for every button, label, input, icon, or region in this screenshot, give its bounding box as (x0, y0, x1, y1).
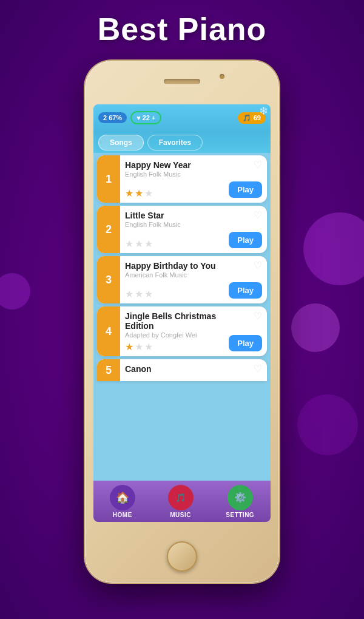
song-title-5: Canon (125, 364, 244, 374)
song-stars-1: ★ ★ ★ (125, 188, 219, 199)
star-4-3: ★ (144, 341, 153, 353)
level-pill: 2 67% (98, 112, 127, 123)
home-button[interactable] (167, 541, 197, 572)
song-card-1: 1 Happy New Year English Folk Music ★ ★ … (97, 155, 267, 203)
song-actions-5: ♡ (249, 359, 267, 381)
bokeh-circle-1 (303, 212, 364, 285)
home-icon-circle: 🏠 (110, 485, 135, 510)
song-info-4: Jingle Bells Christmas Edition Adapted b… (120, 306, 224, 356)
star-2-1: ★ (125, 238, 133, 249)
favorite-heart-4[interactable]: ♡ (254, 310, 262, 322)
song-card-3: 3 Happy Birthday to You American Folk Mu… (97, 256, 267, 303)
tab-favorites[interactable]: Favorites (147, 135, 203, 151)
nav-label-home: HOME (113, 512, 132, 518)
song-rank-3: 3 (97, 256, 120, 303)
nav-item-home[interactable]: 🏠 HOME (110, 485, 135, 518)
song-info-3: Happy Birthday to You American Folk Musi… (120, 256, 224, 303)
favorite-heart-3[interactable]: ♡ (254, 260, 262, 271)
hearts-plus: + (152, 114, 155, 121)
gear-icon: ⚙️ (234, 492, 246, 503)
song-stars-3: ★ ★ ★ (125, 288, 219, 300)
song-actions-4: ♡ Play (224, 306, 267, 356)
play-button-3[interactable]: Play (229, 282, 262, 299)
tab-bar: Songs Favorites (93, 131, 271, 153)
camera-dot (220, 74, 224, 79)
coin-icon: 🎵 (243, 114, 251, 122)
favorite-heart-1[interactable]: ♡ (254, 159, 262, 171)
status-bar: 2 67% ♥ 22 + 🎵 69 ❄ (93, 104, 271, 131)
play-button-1[interactable]: Play (229, 181, 262, 198)
speaker-grill (164, 79, 200, 84)
tab-songs[interactable]: Songs (98, 135, 144, 151)
music-icon: 🎵 (175, 493, 186, 502)
song-stars-2: ★ ★ ★ (125, 238, 219, 249)
song-actions-2: ♡ Play (224, 206, 267, 253)
song-card-5-partial: 5 Canon ♡ (97, 359, 267, 381)
bokeh-circle-2 (291, 303, 340, 352)
song-title-3: Happy Birthday to You (125, 261, 219, 271)
level-number: 2 (103, 114, 107, 121)
bokeh-circle-4 (297, 394, 358, 455)
nav-label-music: MUSIC (170, 512, 191, 518)
snowflake-icon: ❄ (259, 104, 268, 118)
star-1-3: ★ (144, 188, 153, 199)
song-card-4: 4 Jingle Bells Christmas Edition Adapted… (97, 306, 267, 356)
song-rank-1: 1 (97, 155, 120, 203)
bokeh-circle-3 (0, 273, 30, 310)
phone-screen: 2 67% ♥ 22 + 🎵 69 ❄ Songs Favorites (93, 104, 271, 522)
song-subtitle-4: Adapted by Congfei Wei (125, 331, 219, 339)
star-3-3: ★ (144, 288, 153, 300)
nav-label-setting: SETTING (226, 512, 254, 518)
star-2-2: ★ (135, 238, 143, 249)
star-3-2: ★ (135, 288, 143, 300)
nav-item-setting[interactable]: ⚙️ SETTING (226, 485, 254, 518)
song-actions-3: ♡ Play (224, 256, 267, 303)
star-3-1: ★ (125, 288, 133, 300)
level-percent: 67% (109, 114, 122, 121)
home-icon: 🏠 (116, 491, 129, 504)
music-icon-circle: 🎵 (168, 485, 194, 510)
favorite-heart-2[interactable]: ♡ (254, 209, 262, 221)
song-rank-5: 5 (97, 359, 120, 381)
play-button-2[interactable]: Play (229, 232, 262, 248)
song-info-5: Canon (120, 359, 249, 381)
song-actions-1: ♡ Play (224, 155, 267, 203)
song-rank-4: 4 (97, 306, 120, 356)
song-info-1: Happy New Year English Folk Music ★ ★ ★ (120, 155, 224, 203)
song-card-2: 2 Little Star English Folk Music ★ ★ ★ ♡… (97, 206, 267, 253)
phone-frame: 2 67% ♥ 22 + 🎵 69 ❄ Songs Favorites (85, 61, 279, 583)
bottom-nav: 🏠 HOME 🎵 MUSIC ⚙️ SETTING (93, 481, 271, 522)
star-4-1: ★ (125, 341, 133, 353)
song-title-1: Happy New Year (125, 160, 219, 170)
star-1-1: ★ (125, 188, 133, 199)
setting-icon-circle: ⚙️ (228, 485, 253, 510)
song-stars-4: ★ ★ ★ (125, 341, 219, 353)
heart-icon: ♥ (136, 114, 141, 121)
song-subtitle-3: American Folk Music (125, 271, 219, 279)
nav-item-music[interactable]: 🎵 MUSIC (168, 485, 194, 518)
star-2-3: ★ (144, 238, 153, 249)
favorite-heart-5[interactable]: ♡ (254, 363, 262, 374)
hearts-count: 22 (143, 114, 150, 121)
star-1-2: ★ (135, 188, 143, 199)
hearts-pill: ♥ 22 + (130, 111, 161, 124)
song-subtitle-1: English Folk Music (125, 171, 219, 178)
play-button-4[interactable]: Play (229, 335, 262, 351)
song-info-2: Little Star English Folk Music ★ ★ ★ (120, 206, 224, 253)
song-list: 1 Happy New Year English Folk Music ★ ★ … (93, 153, 271, 384)
page-title: Best Piano (0, 0, 364, 47)
song-rank-2: 2 (97, 206, 120, 253)
song-title-4: Jingle Bells Christmas Edition (125, 311, 219, 331)
song-subtitle-2: English Folk Music (125, 221, 219, 228)
song-title-2: Little Star (125, 211, 219, 220)
star-4-2: ★ (135, 341, 143, 353)
